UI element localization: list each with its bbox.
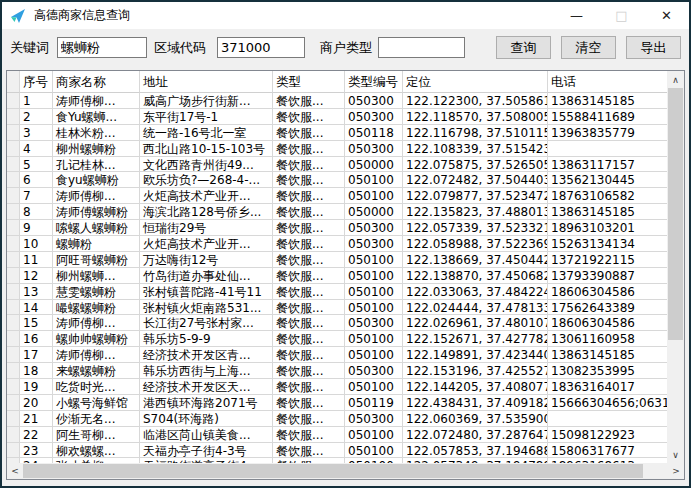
table-cell[interactable]: 嘬螺螺蛳粉 xyxy=(53,300,140,316)
row-header-cell[interactable] xyxy=(7,109,20,125)
table-cell[interactable]: 涛师傅柳... xyxy=(53,93,140,109)
table-cell[interactable]: 螺蛳粉 xyxy=(53,236,140,252)
table-cell[interactable]: 11 xyxy=(20,252,53,268)
table-row[interactable]: 23柳欢螺螺...天福办亭子街4-3号餐饮服...050100122.05785… xyxy=(7,443,667,459)
table-cell[interactable]: 仯渐无名... xyxy=(53,411,140,427)
table-cell[interactable]: 餐饮服... xyxy=(273,188,345,204)
table-cell[interactable]: 050100 xyxy=(345,331,403,347)
table-cell[interactable]: 050100 xyxy=(345,252,403,268)
table-cell[interactable]: 万达嗨街12号 xyxy=(140,252,273,268)
table-cell[interactable]: 阿旺哥螺蛳粉 xyxy=(53,252,140,268)
table-cell[interactable]: 涛师傅柳... xyxy=(53,188,140,204)
table-row[interactable]: 14嘬螺螺蛳粉张村镇火炬南路531...餐饮服...050100122.0244… xyxy=(7,300,667,316)
row-header-cell[interactable] xyxy=(7,188,20,204)
table-cell[interactable]: 餐饮服... xyxy=(273,141,345,157)
table-cell[interactable]: 13793390887 xyxy=(548,268,667,284)
table-cell[interactable]: 长江街27号张村家... xyxy=(140,315,273,331)
table-cell[interactable]: 050300 xyxy=(345,141,403,157)
table-cell[interactable]: 孔记桂林... xyxy=(53,157,140,173)
table-cell[interactable]: 050100 xyxy=(345,188,403,204)
table-cell[interactable]: 050100 xyxy=(345,427,403,443)
table-row[interactable]: 21仯渐无名...S704(环海路)餐饮服...050300122.060369… xyxy=(7,411,667,427)
table-cell[interactable]: 餐饮服... xyxy=(273,395,345,411)
table-cell[interactable]: 文化西路青州街49... xyxy=(140,157,273,173)
column-header[interactable]: 类型 xyxy=(273,71,345,93)
table-cell[interactable]: 港西镇环海路2071号 xyxy=(140,395,273,411)
table-cell[interactable]: 050100 xyxy=(345,379,403,395)
table-cell[interactable]: 050100 xyxy=(345,300,403,316)
table-cell[interactable]: 050100 xyxy=(345,347,403,363)
table-cell[interactable]: 122.138870, 37.450682 xyxy=(403,268,548,284)
table-cell[interactable]: 122.108339, 37.515423 xyxy=(403,141,548,157)
table-cell[interactable]: 吃货时光... xyxy=(53,379,140,395)
row-header-cell[interactable] xyxy=(7,331,20,347)
row-header-cell[interactable] xyxy=(7,315,20,331)
table-cell[interactable]: 涛师傅柳... xyxy=(53,315,140,331)
table-cell[interactable]: 1 xyxy=(20,93,53,109)
table-cell[interactable]: 122.026961, 37.480107 xyxy=(403,315,548,331)
table-cell[interactable]: 050300 xyxy=(345,109,403,125)
table-cell[interactable]: 涛师傅螺蛳粉 xyxy=(53,204,140,220)
minimize-button[interactable]: — xyxy=(554,2,599,29)
table-row[interactable]: 10螺蛳粉火炬高技术产业开...餐饮服...050300122.058988, … xyxy=(7,236,667,252)
table-cell[interactable]: 5 xyxy=(20,157,53,173)
table-cell[interactable]: 餐饮服... xyxy=(273,300,345,316)
table-row[interactable]: 11阿旺哥螺蛳粉万达嗨街12号餐饮服...050100122.138669, 3… xyxy=(7,252,667,268)
table-cell[interactable]: 050300 xyxy=(345,315,403,331)
column-header[interactable]: 序号 xyxy=(20,71,53,93)
table-cell[interactable]: 4 xyxy=(20,141,53,157)
table-cell[interactable]: 海滨北路128号侨乡... xyxy=(140,204,273,220)
clear-button[interactable]: 清空 xyxy=(561,36,616,59)
table-cell[interactable]: S704(环海路) xyxy=(140,411,273,427)
table-cell[interactable]: 050100 xyxy=(345,443,403,459)
row-header-cell[interactable] xyxy=(7,252,20,268)
table-cell[interactable]: 餐饮服... xyxy=(273,109,345,125)
table-cell[interactable]: 餐饮服... xyxy=(273,252,345,268)
vertical-scrollbar[interactable]: ∧ ∨ xyxy=(667,71,684,463)
table-cell[interactable]: 122.075875, 37.526505 xyxy=(403,157,548,173)
merchant-type-input[interactable] xyxy=(378,37,465,58)
table-cell[interactable]: 来螺螺蛳粉 xyxy=(53,363,140,379)
table-cell[interactable]: 恒瑞街29号 xyxy=(140,220,273,236)
table-cell[interactable]: 17562643389 xyxy=(548,300,667,316)
table-cell[interactable]: 122.438431, 37.409182 xyxy=(403,395,548,411)
horizontal-scroll-thumb[interactable] xyxy=(23,464,643,478)
close-button[interactable]: ✕ xyxy=(644,2,689,29)
vertical-scroll-thumb[interactable] xyxy=(668,88,683,340)
table-cell[interactable]: 122.144205, 37.408077 xyxy=(403,379,548,395)
table-cell[interactable]: 050118 xyxy=(345,125,403,141)
table-cell[interactable]: 122.057853, 37.194688 xyxy=(403,443,548,459)
table-cell[interactable]: 餐饮服... xyxy=(273,315,345,331)
table-cell[interactable]: 13863145185 xyxy=(548,93,667,109)
table-cell[interactable]: 桂林米粉... xyxy=(53,125,140,141)
row-header-cell[interactable] xyxy=(7,443,20,459)
table-cell[interactable]: 10 xyxy=(20,236,53,252)
table-row[interactable]: 1涛师傅柳...威高广场步行街新...餐饮服...050300122.12230… xyxy=(7,93,667,109)
table-cell[interactable] xyxy=(548,411,667,427)
table-cell[interactable]: 韩乐坊西街与上海... xyxy=(140,363,273,379)
table-cell[interactable]: 西北山路10-15-103号 xyxy=(140,141,273,157)
table-cell[interactable]: 122.072482, 37.504403 xyxy=(403,172,548,188)
table-cell[interactable]: 19 xyxy=(20,379,53,395)
table-cell[interactable]: 050300 xyxy=(345,411,403,427)
table-cell[interactable]: 18763106582 xyxy=(548,188,667,204)
table-row[interactable]: 17涛师傅柳...经济技术开发区青...餐饮服...050100122.1498… xyxy=(7,347,667,363)
table-cell[interactable]: 张村镇火炬南路531... xyxy=(140,300,273,316)
table-cell[interactable]: 122.122300, 37.505861 xyxy=(403,93,548,109)
table-cell[interactable]: 餐饮服... xyxy=(273,93,345,109)
table-cell[interactable]: 050300 xyxy=(345,363,403,379)
scroll-up-icon[interactable]: ∧ xyxy=(667,71,684,88)
row-header-cell[interactable] xyxy=(7,220,20,236)
column-header[interactable]: 类型编号 xyxy=(345,71,403,93)
table-cell[interactable]: 21 xyxy=(20,411,53,427)
column-header[interactable]: 地址 xyxy=(140,71,273,93)
table-cell[interactable]: 2 xyxy=(20,109,53,125)
row-header-cell[interactable] xyxy=(7,300,20,316)
table-cell[interactable]: 122.024444, 37.478133 xyxy=(403,300,548,316)
table-row[interactable]: 20小螺号海鲜馆港西镇环海路2071号餐饮服...050119122.43843… xyxy=(7,395,667,411)
table-cell[interactable]: 餐饮服... xyxy=(273,443,345,459)
table-cell[interactable]: 050100 xyxy=(345,284,403,300)
table-cell[interactable]: 122.033063, 37.484224 xyxy=(403,284,548,300)
column-header[interactable]: 定位 xyxy=(403,71,548,93)
table-cell[interactable]: 13082353995 xyxy=(548,363,667,379)
